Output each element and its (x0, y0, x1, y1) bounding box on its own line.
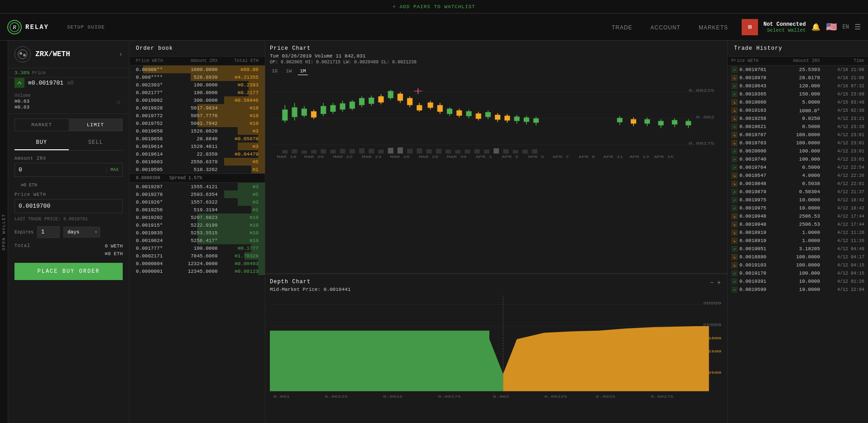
period-1w[interactable]: 1W (284, 67, 293, 75)
trade-history-row[interactable]: ↘ 0.0019763 100.0000 4/12 23:01 (728, 139, 868, 147)
sell-order-row[interactable]: 0.0019614 22.8359 ≅0.04479 (129, 150, 265, 158)
add-pairs-btn[interactable]: + ADD PAIRS TO WATCHLIST (393, 4, 475, 10)
nav-account[interactable]: ACCOUNT (642, 14, 690, 41)
tab-sell[interactable]: SELL (69, 136, 123, 150)
trade-history-row[interactable]: ↗ 0.0019643 120.000 4/16 07:32 (728, 82, 868, 90)
amount-input[interactable] (15, 163, 106, 176)
tab-limit[interactable]: LIMIT (69, 119, 123, 131)
trade-history-row[interactable]: ↘ 0.0018919 1.0000 4/12 11:26 (728, 228, 868, 237)
buy-order-row[interactable]: 0.001915⁰ 5222.0199 ≅10 (129, 221, 265, 229)
buy-order-row[interactable]: 0.0019278 2593.6354 ≅5 (129, 190, 265, 198)
nav-markets[interactable]: MARKETS (690, 14, 737, 41)
wallet-icon-btn[interactable]: ⊞ (742, 19, 758, 35)
buy-order-row[interactable]: 0.0002171 7845.6069 ≅1.70328 (129, 252, 265, 260)
th-price: ↘ 0.0019060 (731, 99, 776, 105)
buy-order-row[interactable]: 0.0019202 5207.6823 ≅10 (129, 214, 265, 221)
sell-order-row[interactable]: 0.0019928 5017.9834 ≅10 (129, 104, 265, 112)
total-value: 0 WETH (105, 243, 123, 249)
sell-order-row[interactable]: 0.0019595 510.3262 ≅1 (129, 166, 265, 173)
price-input[interactable] (15, 200, 122, 213)
sell-order-row[interactable]: 0.0019982 300.0000 ≅0.59946 (129, 96, 265, 104)
trade-history-row[interactable]: ↗ 0.0019879 0.50304 4/12 21:37 (728, 188, 868, 196)
buy-order-row[interactable]: 0.0019035 5253.5515 ≅10 (129, 229, 265, 237)
ob-buy-amount: 7845.6069 (177, 253, 217, 259)
select-wallet-btn[interactable]: Select Wallet (763, 28, 806, 33)
th-price: ↗ 0.0019365 (731, 91, 776, 97)
trade-history-row[interactable]: ↗ 0.0019764 0.5000 4/12 22:54 (728, 163, 868, 171)
buy-order-row[interactable]: 0.0019256 519.3194 ≅1 (129, 206, 265, 214)
buy-order-row[interactable]: 0.001926⁰ 1557.6322 ≅3 (129, 198, 265, 206)
trade-history-row[interactable]: ↘ 0.0019060 5.0000 4/15 03:48 (728, 98, 868, 106)
sell-order-row[interactable]: 0.008⁰⁰⁰⁰ 526.6939 ≅4.21355 (129, 73, 265, 81)
trade-history-row[interactable]: ↗ 0.0019701 25.5393 4/16 21:08 (728, 66, 868, 74)
pair-expand-icon[interactable]: › (119, 51, 123, 58)
trade-history-header: Price WETH Amount ZRX Time (728, 57, 868, 66)
trade-price-value: 0.0018919 (739, 238, 766, 243)
expires-input[interactable] (37, 226, 60, 238)
sell-order-row[interactable]: 0.002177⁰ 100.0000 ≅0.2177 (129, 89, 265, 96)
depth-zoom-out[interactable]: − (710, 279, 714, 286)
max-button[interactable]: MAX (106, 167, 122, 172)
tab-market[interactable]: MARKET (15, 119, 69, 131)
trade-history-row[interactable]: ↘ 0.0018880 100.0000 4/12 04:17 (728, 253, 868, 261)
trade-time: 4/12 23:20 (820, 124, 864, 129)
setup-guide-link[interactable]: SETUP GUIDE (67, 24, 105, 30)
trade-history-row[interactable]: ↘ 0.0019547 4.0000 4/12 22:26 (728, 171, 868, 180)
svg-rect-101 (465, 150, 470, 154)
trade-history-row[interactable]: ↘ 0.0019258 0.0250 4/12 23:21 (728, 114, 868, 123)
trade-history-row[interactable]: ↗ 0.0019365 150.000 4/15 23:09 (728, 90, 868, 98)
sell-order-row[interactable]: 0.0019772 5057.7776 ≅10 (129, 112, 265, 119)
pair-name[interactable]: ZRX/WETH (35, 50, 119, 58)
trade-history-row[interactable]: ↗ 0.0019975 10.0000 4/12 18:42 (728, 196, 868, 204)
sell-order-row[interactable]: 0.06908⁰⁰ 1000.0000 ≅69.08 (129, 66, 265, 73)
nav-trade[interactable]: TRADE (603, 14, 642, 41)
depth-zoom-in[interactable]: + (717, 279, 721, 286)
svg-rect-103 (484, 150, 489, 154)
trade-history-row[interactable]: ↘ 0.0019103 100.0000 4/12 04:15 (728, 261, 868, 269)
trade-history-row[interactable]: ↘ 0.0019948 2506.53 4/12 17:44 (728, 212, 868, 220)
trade-history-row[interactable]: ↘ 0.0018978 28.0178 4/16 21:06 (728, 74, 868, 82)
trade-history-row[interactable]: ↗ 0.0019975 10.0000 4/12 18:42 (728, 204, 868, 212)
tab-buy[interactable]: BUY (14, 136, 69, 150)
trade-history-row[interactable]: ↗ 0.0019599 19.0000 4/11 22:04 (728, 285, 868, 294)
buy-order-row[interactable]: 0.001777⁰ 100.0000 ≅0.1777 (129, 244, 265, 252)
notification-icon[interactable]: 🔔 (811, 23, 820, 32)
period-1m[interactable]: 1M (298, 67, 307, 75)
down-arrow-icon: ↘ (731, 107, 738, 114)
ob-sell-total: ≅1 (218, 166, 259, 172)
trade-time: 4/12 17:44 (820, 222, 864, 227)
svg-rect-82 (282, 150, 288, 154)
period-1d[interactable]: 1D (270, 67, 279, 75)
menu-icon[interactable]: ☰ (854, 23, 861, 32)
place-buy-order-button[interactable]: PLACE BUY ORDER (14, 263, 123, 280)
buy-order-row[interactable]: 0.0000004 12324.0000 ≅0.00493 (129, 260, 265, 267)
watchlist-star-icon[interactable]: ☆ (116, 97, 123, 106)
open-wallet-sidebar[interactable]: OPEN WALLET (0, 41, 8, 423)
sell-order-row[interactable]: 0.0019658 1526.0820 ≅3 (129, 127, 265, 135)
sell-order-row[interactable]: 0.002393⁰ 100.0000 ≅0.2393 (129, 81, 265, 89)
trade-history-row[interactable]: ↘ 0.0019848 0.5038 4/12 22:01 (728, 180, 868, 188)
buy-order-row[interactable]: 0.0000001 12345.0000 ≅0.00123 (129, 267, 265, 275)
sell-order-row[interactable]: 0.0019614 1529.4811 ≅3 (129, 143, 265, 150)
sell-order-row[interactable]: 0.0019752 5062.7942 ≅10 (129, 119, 265, 127)
trade-history-row[interactable]: ↗ 0.0020000 100.000 4/12 23:01 (728, 147, 868, 155)
trade-history-row[interactable]: ↗ 0.0019621 0.5000 4/12 23:20 (728, 123, 868, 131)
language-selector[interactable]: EN (843, 24, 849, 30)
trade-history-row[interactable]: ↗ 0.0019051 3.18205 4/12 04:49 (728, 245, 868, 253)
buy-order-row[interactable]: 0.0019287 1555.4121 ≅3 (129, 183, 265, 190)
expires-unit-select[interactable]: days hours minutes (63, 227, 100, 238)
trade-history-row[interactable]: ↗ 0.0019740 100.000 4/12 23:01 (728, 155, 868, 163)
ob-buy-total: ≅3 (218, 199, 259, 205)
buy-sell-tabs: BUY SELL (14, 136, 123, 151)
trade-history-row[interactable]: ↘ 0.0018919 1.0000 4/12 11:26 (728, 237, 868, 245)
sell-order-row[interactable]: 0.0019603 2550.6379 ≅5 (129, 158, 265, 166)
ob-buy-amount: 100.0000 (177, 246, 217, 251)
trade-history-row[interactable]: ↗ 0.0019170 100.000 4/12 04:15 (728, 269, 868, 277)
buy-order-row[interactable]: 0.0019024 5256.417⁰ ≅10 (129, 237, 265, 244)
trade-history-row[interactable]: ↘ 0.0019767 100.0000 4/12 23:01 (728, 131, 868, 139)
trade-history-row[interactable]: ↘ 0.0019163 1000.0⁰ 4/15 02:39 (728, 106, 868, 114)
trade-history-row[interactable]: ↘ 0.0019948 2506.53 4/12 17:44 (728, 220, 868, 228)
trade-history-row[interactable]: ↗ 0.0019391 10.0000 4/12 01:26 (728, 277, 868, 285)
sell-order-row[interactable]: 0.0019658 28.8840 ≅0.05678 (129, 135, 265, 143)
trade-time: 4/12 11:26 (820, 230, 864, 235)
